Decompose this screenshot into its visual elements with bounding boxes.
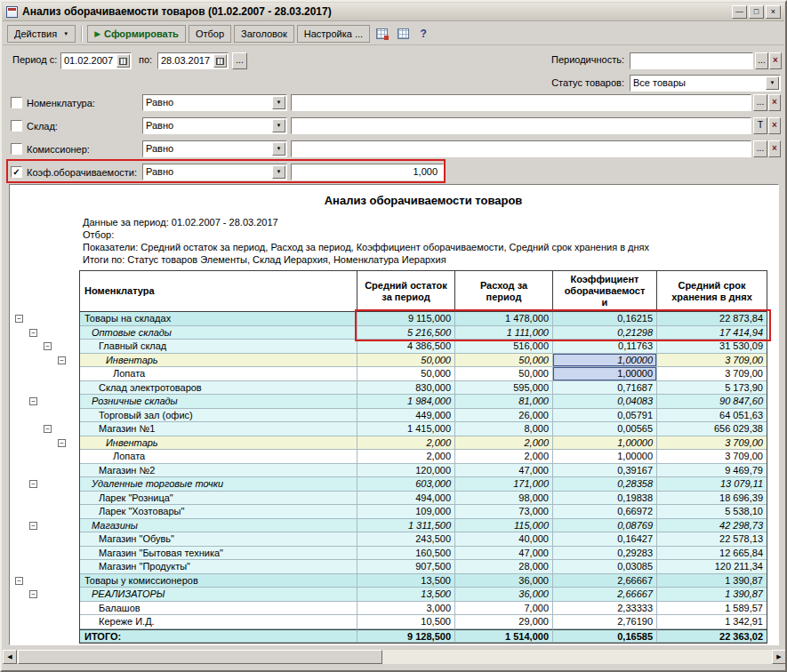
value-cell[interactable]: 0,16215	[553, 312, 657, 326]
value-cell[interactable]: 1,00000	[553, 367, 657, 381]
value-cell[interactable]: 3 709,00	[657, 367, 767, 381]
value-cell[interactable]: 3,000	[357, 602, 455, 616]
value-cell[interactable]: 603,000	[357, 477, 455, 492]
value-cell[interactable]: 5 538,10	[657, 505, 767, 519]
chevron-down-icon[interactable]: ▼	[272, 96, 285, 109]
value-cell[interactable]: 516,000	[455, 340, 553, 354]
tree-expander-icon[interactable]: −	[58, 439, 66, 447]
column-header-avg-balance[interactable]: Средний остаток за период	[357, 271, 455, 312]
nomenclature-cell[interactable]: Магазин №1	[80, 422, 357, 436]
warehouse-value-input[interactable]	[291, 117, 751, 134]
value-cell[interactable]: 907,500	[357, 560, 455, 574]
nomenclature-cell[interactable]: Ларек "Розница"	[80, 492, 357, 506]
column-header-nomenclature[interactable]: Номенклатура	[80, 271, 357, 312]
chevron-down-icon[interactable]: ▼	[272, 119, 285, 132]
value-cell[interactable]: 109,000	[357, 505, 455, 519]
column-header-avg-storage[interactable]: Средний срок хранения в днях	[657, 271, 767, 312]
value-cell[interactable]: 3 709,00	[657, 436, 767, 451]
minimize-button[interactable]: —	[732, 5, 747, 19]
value-cell[interactable]: 73,000	[455, 505, 553, 519]
value-cell[interactable]: 8,000	[455, 422, 553, 436]
turnover-ratio-value-input[interactable]: 1,000	[291, 164, 444, 180]
value-cell[interactable]: 656 029,38	[657, 422, 767, 436]
value-cell[interactable]: 12 665,84	[657, 547, 767, 561]
value-cell[interactable]: 0,11763	[553, 340, 657, 354]
periodicity-clear-button[interactable]: ×	[769, 52, 782, 69]
column-header-expense[interactable]: Расход за период	[455, 271, 553, 312]
value-cell[interactable]: 1 390,87	[657, 588, 767, 602]
value-cell[interactable]: 42 298,73	[657, 519, 767, 533]
tree-expander-icon[interactable]: −	[29, 397, 37, 405]
nomenclature-cell[interactable]: Инвентарь	[80, 354, 357, 368]
total-value-cell[interactable]: 9 128,500	[357, 629, 455, 644]
scroll-left-icon[interactable]: ◀	[3, 650, 17, 664]
value-cell[interactable]: 0,28358	[553, 477, 657, 492]
nomenclature-cell[interactable]: РЕАЛИЗАТОРЫ	[80, 588, 357, 602]
tree-expander-icon[interactable]: −	[15, 315, 23, 323]
value-cell[interactable]: 90 847,60	[657, 395, 767, 409]
warehouse-checkbox[interactable]	[11, 120, 22, 132]
value-cell[interactable]: 160,500	[357, 547, 455, 561]
value-cell[interactable]: 2,76190	[553, 615, 657, 629]
value-cell[interactable]: 0,21298	[553, 326, 657, 340]
value-cell[interactable]: 0,16427	[553, 532, 657, 547]
value-cell[interactable]: 64 051,63	[657, 409, 767, 423]
period-from-input[interactable]: 01.02.2007	[60, 52, 132, 69]
value-cell[interactable]: 2,000	[455, 450, 553, 464]
value-cell[interactable]: 40,000	[455, 532, 553, 547]
warehouse-condition-select[interactable]: Равно ▼	[142, 117, 287, 134]
value-cell[interactable]: 595,000	[455, 381, 553, 396]
nomenclature-cell[interactable]: Товары у комиссионеров	[80, 574, 357, 588]
value-cell[interactable]: 2,000	[357, 436, 455, 451]
generate-button[interactable]: ▶ Сформировать	[87, 25, 186, 43]
periodicity-more-button[interactable]: ...	[755, 52, 768, 69]
calendar-icon[interactable]	[213, 54, 227, 68]
value-cell[interactable]: 2,66667	[553, 588, 657, 602]
value-cell[interactable]: 29,000	[455, 615, 553, 629]
value-cell[interactable]: 1,00000	[553, 436, 657, 451]
periodicity-input[interactable]	[630, 52, 753, 69]
value-cell[interactable]: 0,00565	[553, 422, 657, 436]
value-cell[interactable]: 120 211,34	[657, 560, 767, 574]
value-cell[interactable]: 0,29283	[553, 547, 657, 561]
value-cell[interactable]: 1 415,000	[357, 422, 455, 436]
value-cell[interactable]: 22 578,13	[657, 532, 767, 547]
nomenclature-cell[interactable]: Лопата	[80, 450, 357, 464]
nomenclature-condition-select[interactable]: Равно ▼	[142, 94, 287, 111]
commission-clear-button[interactable]: ×	[768, 140, 781, 157]
commission-value-input[interactable]	[291, 140, 751, 157]
save-settings-button[interactable]	[394, 25, 413, 43]
horizontal-scrollbar[interactable]: ◀ ▶	[3, 650, 786, 664]
value-cell[interactable]: 50,000	[357, 354, 455, 368]
chevron-down-icon[interactable]: ▼	[272, 142, 285, 156]
value-cell[interactable]: 50,000	[455, 367, 553, 381]
value-cell[interactable]: 31 530,09	[657, 340, 767, 354]
value-cell[interactable]: 0,08769	[553, 519, 657, 533]
calendar-icon[interactable]	[116, 54, 130, 68]
value-cell[interactable]: 2,33333	[553, 602, 657, 616]
turnover-ratio-condition-select[interactable]: Равно ▼	[142, 164, 287, 180]
value-cell[interactable]: 0,05791	[553, 409, 657, 423]
value-cell[interactable]: 1 342,91	[657, 615, 767, 629]
scrollbar-thumb[interactable]	[18, 650, 382, 664]
value-cell[interactable]: 36,000	[455, 574, 553, 588]
value-cell[interactable]: 115,000	[455, 519, 553, 533]
value-cell[interactable]: 1,00000	[553, 354, 657, 368]
value-cell[interactable]: 9 115,000	[357, 312, 455, 326]
value-cell[interactable]: 3 709,00	[657, 354, 767, 368]
value-cell[interactable]: 13 079,11	[657, 477, 767, 492]
value-cell[interactable]: 5 216,500	[357, 326, 455, 340]
value-cell[interactable]: 2,66667	[553, 574, 657, 588]
table-settings-button[interactable]	[373, 25, 391, 43]
value-cell[interactable]: 50,000	[455, 354, 553, 368]
value-cell[interactable]: 171,000	[455, 477, 553, 492]
value-cell[interactable]: 81,000	[455, 395, 553, 409]
nomenclature-cell[interactable]: Оптовые склады	[80, 326, 357, 340]
value-cell[interactable]: 98,000	[455, 492, 553, 506]
nomenclature-cell[interactable]: Магазин "Продукты"	[80, 560, 357, 574]
nomenclature-cell[interactable]: Удаленные торговые точки	[80, 477, 357, 492]
nomenclature-cell[interactable]: Магазин №2	[80, 464, 357, 478]
value-cell[interactable]: 449,000	[357, 409, 455, 423]
nomenclature-cell[interactable]: Магазины	[80, 519, 357, 533]
maximize-button[interactable]: □	[749, 5, 764, 19]
